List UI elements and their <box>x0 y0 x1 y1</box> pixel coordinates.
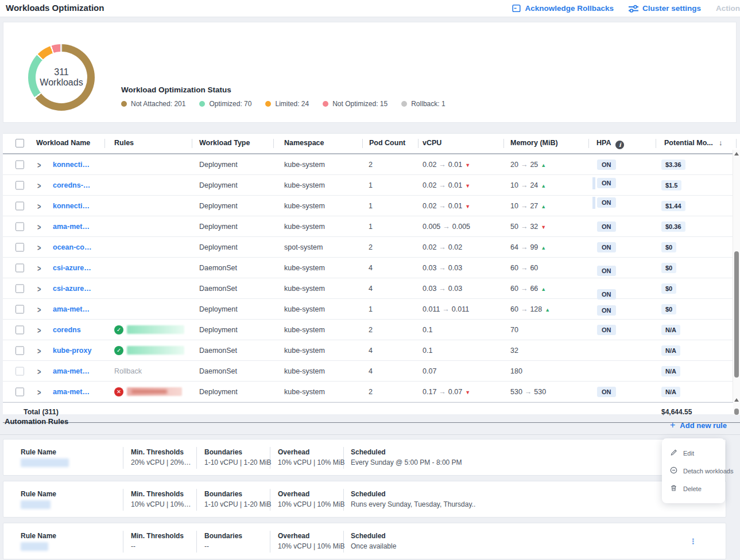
expand-chevron-icon[interactable]: > <box>37 242 41 252</box>
scrollbar-thumb[interactable] <box>734 251 739 378</box>
workload-name-link[interactable]: coredns <box>53 326 81 334</box>
expand-chevron-icon[interactable]: > <box>37 221 41 231</box>
vcpu-to: 0.005 <box>452 223 470 231</box>
arrow-right-icon: → <box>518 223 530 231</box>
hpa-cell: ON <box>597 178 616 188</box>
col-potential[interactable]: Potential Mo... <box>664 139 713 147</box>
plus-icon: + <box>670 420 675 430</box>
menu-item-edit[interactable]: Edit <box>662 444 725 462</box>
row-checkbox[interactable] <box>16 181 24 189</box>
menu-item-detach-workloads[interactable]: Detach workloads <box>662 462 725 480</box>
overhead-value: 10% vCPU | 10% MiB <box>278 458 345 466</box>
workload-name-link[interactable]: csi-azure… <box>53 264 91 272</box>
workload-type: DaemonSet <box>199 285 237 293</box>
row-checkbox[interactable] <box>16 346 24 355</box>
workload-name-link[interactable]: ama-met… <box>53 367 90 375</box>
col-hpa[interactable]: HPAi <box>596 139 624 149</box>
scroll-up-arrow-icon[interactable] <box>734 398 739 402</box>
table-vertical-scrollbar[interactable] <box>733 150 740 402</box>
total-row-scrollbar[interactable] <box>733 396 740 415</box>
rule-cell: Rollback <box>114 367 142 375</box>
expand-chevron-icon[interactable]: > <box>37 180 41 190</box>
expand-chevron-icon[interactable]: > <box>37 325 41 335</box>
hpa-info-icon[interactable]: i <box>615 141 624 149</box>
arrow-right-icon: → <box>518 161 530 169</box>
workload-name-link[interactable]: ama-met… <box>53 223 90 231</box>
arrow-right-icon: → <box>436 202 448 210</box>
sort-desc-icon[interactable]: ↓ <box>719 138 723 147</box>
col-memory[interactable]: Memory (MiB) <box>510 139 558 147</box>
col-pod-count[interactable]: Pod Count <box>369 139 405 147</box>
col-vcpu[interactable]: vCPU <box>423 139 441 147</box>
expand-chevron-icon[interactable]: > <box>37 366 41 376</box>
row-checkbox[interactable] <box>16 160 24 169</box>
workload-name-link[interactable]: kube-proxy <box>53 347 91 355</box>
col-namespace[interactable]: Namespace <box>284 139 324 147</box>
memory-value: 180 <box>510 367 522 375</box>
workload-name-link[interactable]: csi-azure… <box>53 285 91 293</box>
total-value: $4,644.55 <box>661 408 692 416</box>
trend-down-icon: ▼ <box>538 224 546 230</box>
memory-value: 32 <box>510 347 518 355</box>
col-workload-type[interactable]: Workload Type <box>199 139 250 147</box>
workload-name-link[interactable]: coredns-… <box>53 181 90 189</box>
select-all-checkbox[interactable] <box>16 139 24 147</box>
vcpu-value: 0.02→0.01▼ <box>423 202 470 210</box>
row-checkbox[interactable] <box>16 387 24 396</box>
expand-chevron-icon[interactable]: > <box>37 345 41 355</box>
row-checkbox[interactable] <box>16 325 24 334</box>
scrollbar-thumb[interactable] <box>734 409 739 415</box>
hpa-badge-sliver <box>592 177 595 189</box>
row-checkbox[interactable] <box>16 222 24 231</box>
memory-value: 530→530 <box>510 388 546 396</box>
expand-chevron-icon[interactable]: > <box>37 263 41 273</box>
hpa-cell: ON <box>597 266 616 276</box>
expand-chevron-icon[interactable]: > <box>37 304 41 314</box>
cluster-settings-button[interactable]: Cluster settings <box>629 4 701 13</box>
row-checkbox[interactable] <box>16 201 24 210</box>
menu-item-label: Detach workloads <box>683 468 733 475</box>
workload-name-link[interactable]: ocean-co… <box>53 243 91 251</box>
memory-value: 10→27▲ <box>510 202 546 210</box>
action-button[interactable]: Action <box>716 4 740 13</box>
col-rules[interactable]: Rules <box>114 139 134 147</box>
table-row: >csi-azure…DaemonSetkube-system40.03→0.0… <box>3 258 740 278</box>
expand-chevron-icon[interactable]: > <box>37 160 41 169</box>
vcpu-to: 0.02 <box>448 243 462 251</box>
automation-rule-card: Rule NameMin. Thresholds20% vCPU | 20%…B… <box>3 439 726 476</box>
table-row: >ama-met…RollbackDaemonSetkube-system40.… <box>3 361 740 382</box>
workload-name-link[interactable]: ama-met… <box>53 388 90 396</box>
row-checkbox[interactable] <box>16 263 24 272</box>
scheduled-label: Scheduled <box>351 532 386 540</box>
hpa-cell: ON <box>597 160 616 170</box>
pod-count: 1 <box>369 181 373 189</box>
workload-name-link[interactable]: ama-met… <box>53 305 90 313</box>
hpa-on-badge: ON <box>597 289 616 300</box>
expand-chevron-icon[interactable]: > <box>37 387 41 396</box>
col-workload-name[interactable]: Workload Name <box>36 139 90 147</box>
min-thresholds-value: 10% vCPU | 10%… <box>131 500 191 508</box>
scroll-up-arrow-icon[interactable] <box>734 152 739 155</box>
acknowledge-rollbacks-button[interactable]: Acknowledge Rollbacks <box>512 4 614 13</box>
workload-name-link[interactable]: konnecti… <box>53 202 90 210</box>
vcpu-from: 0.011 <box>423 305 440 313</box>
namespace: kube-system <box>284 181 325 189</box>
table-row: >kube-proxy✓DaemonSetkube-system40.132N/… <box>3 340 740 361</box>
rule-name-redacted <box>127 325 184 334</box>
rule-kebab-menu-icon[interactable]: ⋮ <box>689 537 697 546</box>
expand-chevron-icon[interactable]: > <box>37 283 41 293</box>
row-checkbox[interactable] <box>16 305 24 313</box>
expand-chevron-icon[interactable]: > <box>37 201 41 211</box>
arrow-right-icon: → <box>518 243 530 251</box>
page-title: Workloads Optimization <box>6 3 104 13</box>
workload-name-link[interactable]: konnecti… <box>53 161 90 169</box>
add-new-rule-button[interactable]: + Add new rule <box>670 420 727 430</box>
menu-item-label: Edit <box>683 450 694 457</box>
row-checkbox[interactable] <box>16 243 24 251</box>
namespace: kube-system <box>284 347 325 355</box>
hpa-on-badge: ON <box>597 325 616 335</box>
trend-down-icon: ▼ <box>462 183 470 189</box>
row-checkbox[interactable] <box>16 367 24 375</box>
menu-item-delete[interactable]: Delete <box>662 480 725 497</box>
row-checkbox[interactable] <box>16 284 24 293</box>
